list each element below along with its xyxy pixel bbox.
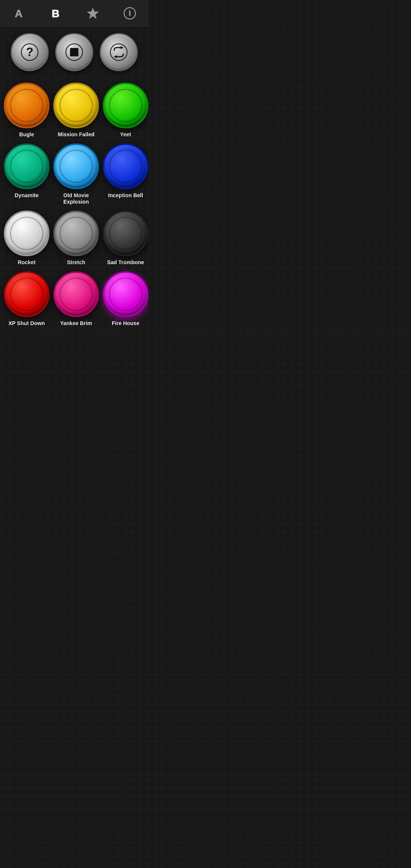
- svg-rect-8: [70, 48, 78, 56]
- sound-item-fire-house[interactable]: Fire House: [101, 268, 148, 329]
- sound-button-fire-house[interactable]: [103, 271, 148, 317]
- sound-button-bugle[interactable]: [4, 83, 49, 128]
- sound-label-fire-house: Fire House: [112, 320, 139, 327]
- sound-label-sad-trombone: Sad Trombone: [107, 259, 144, 266]
- sound-label-bugle: Bugle: [19, 131, 34, 138]
- sounds-grid: Bugle Mission Failed Yeet Dynamite Old M…: [0, 75, 148, 332]
- sound-item-rocket[interactable]: Rocket: [2, 207, 51, 268]
- sound-button-yankee-brim[interactable]: [53, 271, 99, 317]
- control-row: ?: [0, 26, 148, 75]
- sound-button-mission-failed[interactable]: [53, 83, 99, 128]
- sound-label-dynamite: Dynamite: [14, 192, 38, 199]
- tab-favorites[interactable]: [83, 4, 102, 23]
- sound-button-rocket[interactable]: [4, 211, 49, 256]
- sound-button-sad-trombone[interactable]: [103, 211, 148, 256]
- sound-item-yeet[interactable]: Yeet: [101, 79, 148, 140]
- svg-text:A: A: [15, 8, 22, 19]
- sound-label-yankee-brim: Yankee Brim: [60, 320, 92, 327]
- sound-item-inception-bell[interactable]: Inception Bell: [101, 140, 148, 207]
- sound-item-sad-trombone[interactable]: Sad Trombone: [101, 207, 148, 268]
- sound-item-xp-shut-down[interactable]: XP Shut Down: [2, 268, 51, 329]
- sound-label-old-movie-explosion: Old Movie Explosion: [53, 192, 99, 205]
- svg-text:B: B: [52, 8, 59, 19]
- svg-text:i: i: [129, 10, 131, 17]
- sound-label-stretch: Stretch: [67, 259, 85, 266]
- svg-point-9: [110, 44, 127, 61]
- svg-marker-11: [114, 55, 117, 58]
- sound-item-stretch[interactable]: Stretch: [51, 207, 101, 268]
- sound-item-bugle[interactable]: Bugle: [2, 79, 51, 140]
- top-navigation: A B i: [0, 0, 148, 26]
- sound-button-inception-bell[interactable]: [103, 144, 148, 189]
- tab-a[interactable]: A: [9, 4, 28, 23]
- sound-item-dynamite[interactable]: Dynamite: [2, 140, 51, 207]
- sound-item-mission-failed[interactable]: Mission Failed: [51, 79, 101, 140]
- sound-item-yankee-brim[interactable]: Yankee Brim: [51, 268, 101, 329]
- random-button[interactable]: ?: [11, 33, 49, 71]
- sound-label-inception-bell: Inception Bell: [108, 192, 143, 199]
- sound-label-rocket: Rocket: [18, 259, 36, 266]
- stop-button[interactable]: [55, 33, 93, 71]
- svg-text:?: ?: [26, 45, 34, 59]
- sound-item-old-movie-explosion[interactable]: Old Movie Explosion: [51, 140, 101, 207]
- loop-button[interactable]: [100, 33, 138, 71]
- sound-label-yeet: Yeet: [120, 131, 131, 138]
- sound-label-xp-shut-down: XP Shut Down: [8, 320, 45, 327]
- sound-button-stretch[interactable]: [53, 211, 99, 256]
- svg-marker-2: [87, 8, 99, 19]
- sound-button-dynamite[interactable]: [4, 144, 49, 189]
- tab-info[interactable]: i: [120, 4, 139, 23]
- tab-b[interactable]: B: [46, 4, 65, 23]
- sound-button-yeet[interactable]: [103, 83, 148, 128]
- sound-label-mission-failed: Mission Failed: [58, 131, 94, 138]
- svg-marker-10: [121, 46, 124, 49]
- sound-button-old-movie-explosion[interactable]: [53, 144, 99, 189]
- sound-button-xp-shut-down[interactable]: [4, 271, 49, 317]
